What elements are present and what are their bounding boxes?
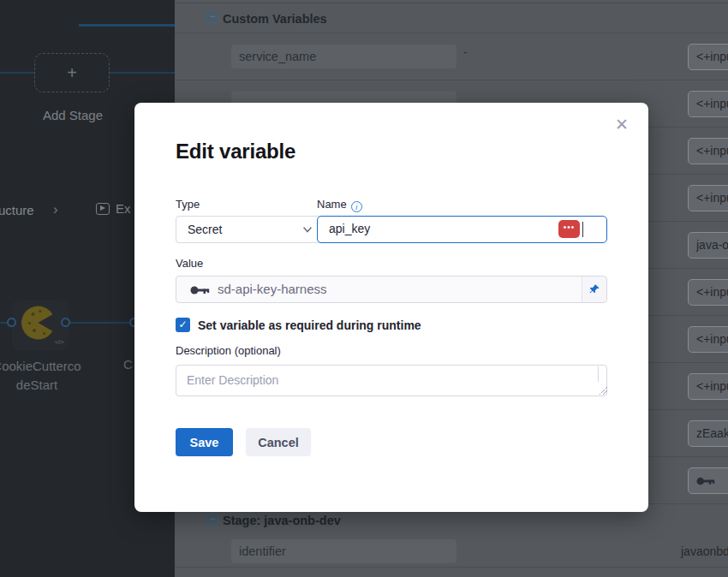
name-input[interactable]: api_key ••• <box>317 216 607 243</box>
key-icon <box>190 284 210 296</box>
value-label: Value <box>176 257 203 270</box>
chevron-down-icon <box>303 227 312 233</box>
panel-divider <box>175 567 728 568</box>
key-icon <box>696 475 715 487</box>
save-button[interactable]: Save <box>176 428 233 456</box>
cancel-button[interactable]: Cancel <box>246 428 311 456</box>
panel-divider <box>175 3 728 3</box>
custom-variables-title: Custom Variables <box>223 12 327 26</box>
variable-value-input[interactable]: <+inpu <box>688 373 728 400</box>
variable-value-input[interactable]: <+inpu <box>688 326 728 353</box>
code-badge-icon: </> <box>55 338 63 346</box>
variable-value-input[interactable]: <+inpu <box>688 44 728 70</box>
breadcrumb-text[interactable]: ucture <box>0 203 34 217</box>
plus-icon: + <box>67 63 77 83</box>
stage-section-header[interactable]: − Stage: java-onb-dev <box>175 510 728 536</box>
connector-port-icon <box>7 318 16 327</box>
variable-value-input[interactable]: <+inpu <box>688 138 728 164</box>
variable-value-input[interactable]: zEaak <box>688 420 728 447</box>
app-screen: + Add Stage ucture › Ex </> Cookie <box>0 0 728 577</box>
description-textarea[interactable] <box>176 365 607 396</box>
name-label: Namei <box>317 198 362 212</box>
variable-value-input[interactable]: java-o <box>688 232 728 259</box>
chevron-right-icon: › <box>53 201 58 218</box>
active-tab-underline <box>79 24 175 27</box>
type-select[interactable]: Secret <box>176 216 323 243</box>
variable-value-input[interactable]: <+inpu <box>688 91 728 117</box>
variable-value-input[interactable]: <+inpu <box>688 279 728 306</box>
cookie-step-icon[interactable] <box>21 305 56 341</box>
tab-execution-label: Ex <box>116 201 131 216</box>
pin-button[interactable] <box>582 277 606 302</box>
variable-row: service_name - <+inpu <box>175 33 728 80</box>
identifier-value: javaonbde <box>681 544 728 558</box>
type-selected-value: Secret <box>188 223 222 236</box>
pin-icon <box>588 283 600 295</box>
required-checkbox[interactable]: ✓ <box>176 318 190 332</box>
runtime-input-badge-icon[interactable]: ••• <box>558 220 580 238</box>
variable-name: service_name <box>231 45 456 68</box>
step-label-line1: CookieCutterco <box>0 357 125 376</box>
secret-reference-text: sd-api-key-harness <box>218 277 327 302</box>
close-icon[interactable]: ✕ <box>611 114 633 136</box>
add-stage-label: Add Stage <box>0 108 146 122</box>
stage-section-title: Stage: java-onb-dev <box>223 514 341 527</box>
tab-execution[interactable]: Ex <box>96 201 131 216</box>
name-input-value: api_key <box>329 222 370 235</box>
step-label: CookieCutterco deStart <box>0 357 125 395</box>
text-caret <box>582 222 584 237</box>
textarea-scroll-line <box>598 366 599 382</box>
edit-variable-dialog: ✕ Edit variable Type Namei Secret api_ke… <box>134 103 648 512</box>
connector-port-icon <box>61 318 70 327</box>
execution-icon <box>96 203 110 215</box>
identifier-name: identifier <box>231 539 456 563</box>
type-label: Type <box>176 198 200 211</box>
secret-value-field[interactable]: sd-api-key-harness <box>176 276 607 303</box>
resize-grip-icon[interactable] <box>600 387 607 395</box>
step-label-line2: deStart <box>0 376 125 395</box>
secret-value-input[interactable] <box>688 467 728 494</box>
add-stage-button[interactable]: + <box>34 53 110 92</box>
description-label: Description (optional) <box>176 344 281 357</box>
collapse-icon[interactable]: − <box>206 11 218 23</box>
step2-label-truncated: C <box>123 357 133 372</box>
required-checkbox-row: ✓ Set variable as required during runtim… <box>176 318 421 332</box>
collapse-icon[interactable]: − <box>206 514 218 526</box>
variable-value-input[interactable]: <+inpu <box>688 185 728 211</box>
variable-dash: - <box>463 45 468 59</box>
required-checkbox-label: Set variable as required during runtime <box>198 318 421 332</box>
dialog-title: Edit variable <box>176 140 295 164</box>
info-icon[interactable]: i <box>351 201 362 212</box>
custom-variables-header[interactable]: − Custom Variables <box>175 7 728 33</box>
